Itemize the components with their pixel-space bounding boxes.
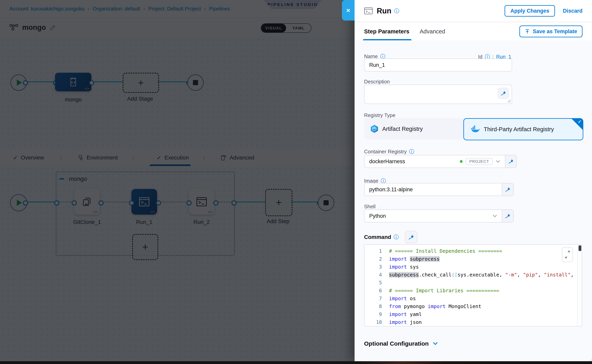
discard-button[interactable]: Discard <box>563 8 583 14</box>
shell-select[interactable]: Python <box>364 210 502 222</box>
registry-option-third-party[interactable]: Third-Party Artifact Registry ✓ <box>463 118 583 140</box>
tab-advanced-drawer[interactable]: Advanced <box>420 28 445 35</box>
pin-runtime-input-button[interactable] <box>505 155 516 168</box>
optional-configuration-toggle[interactable]: Optional Configuration <box>364 340 438 347</box>
registry-option-third-party-label: Third-Party Artifact Registry <box>484 126 554 133</box>
tab-step-parameters[interactable]: Step Parameters <box>364 28 409 35</box>
resize-handle-icon[interactable] <box>507 99 511 103</box>
shell-value: Python <box>369 213 490 219</box>
registry-option-artifact-label: Artifact Registry <box>382 126 423 132</box>
artifact-registry-icon <box>370 124 378 133</box>
chevron-down-icon <box>433 342 438 345</box>
container-registry-select[interactable]: dockerHarness PROJECT <box>364 155 517 168</box>
info-icon[interactable]: ⓘ <box>409 148 414 155</box>
pushpin-icon <box>505 213 511 219</box>
close-icon: × <box>346 6 350 14</box>
image-input-group: python:3.11-alpine <box>364 183 514 196</box>
editor-scrollbar-thumb[interactable] <box>579 245 581 251</box>
pin-runtime-input-button[interactable] <box>502 183 513 196</box>
command-label: Command ⓘ <box>364 234 399 240</box>
project-scope-badge: PROJECT <box>466 158 493 165</box>
description-label: Description <box>364 79 390 85</box>
pushpin-icon <box>505 187 511 192</box>
command-code-lines[interactable]: 1# ====== Install Dependencies ========2… <box>364 245 578 326</box>
description-textarea[interactable] <box>364 84 512 104</box>
window-bottom-edge <box>0 361 592 364</box>
registry-type-label: Registry Type <box>364 112 395 118</box>
registry-option-artifact[interactable]: Artifact Registry <box>364 118 469 140</box>
step-parameters-panel: Name ⓘ Id ⓘ : Run_1 Run_1 Description <box>355 40 592 361</box>
pipeline-studio-app: Account: kurosakiichigo.songoku › Organi… <box>0 0 592 364</box>
drawer-header-actions: Apply Changes Discard <box>505 5 583 17</box>
check-icon: ✓ <box>578 119 581 124</box>
drawer-title: Run <box>377 7 391 15</box>
shell-select-group: Python <box>364 209 514 222</box>
close-drawer-button[interactable]: × <box>342 0 355 20</box>
pushpin-icon <box>408 234 414 240</box>
drawer-header: Run ⓘ Apply Changes Discard <box>355 0 592 22</box>
docker-icon <box>470 125 480 133</box>
optional-configuration-label: Optional Configuration <box>364 340 429 347</box>
step-config-drawer: × Run ⓘ Apply Changes Discard Step Param… <box>355 0 592 361</box>
image-value: python:3.11-alpine <box>369 187 413 193</box>
container-registry-label: Container Registry ⓘ <box>364 148 414 155</box>
drawer-tab-bar: Step Parameters Advanced Save as Templat… <box>355 22 592 41</box>
modal-dim-overlay <box>0 0 355 361</box>
apply-changes-button[interactable]: Apply Changes <box>505 5 555 17</box>
pin-runtime-input-button[interactable] <box>498 88 509 99</box>
pin-runtime-input-button[interactable] <box>405 231 417 243</box>
image-input[interactable]: python:3.11-alpine <box>364 183 502 196</box>
expand-editor-button[interactable] <box>562 247 573 262</box>
pushpin-icon <box>501 91 506 96</box>
info-icon[interactable]: ⓘ <box>394 7 399 14</box>
info-icon[interactable]: ⓘ <box>394 234 399 240</box>
pin-runtime-input-button[interactable] <box>502 210 513 222</box>
container-registry-value: dockerHarness <box>369 158 457 165</box>
chevron-down-icon <box>496 160 500 163</box>
terminal-icon <box>364 7 373 15</box>
shell-label: Shell <box>364 203 376 210</box>
command-code-editor[interactable]: 1# ====== Install Dependencies ========2… <box>364 244 582 326</box>
connector-status-dot <box>460 160 463 163</box>
fullscreen-icon <box>565 250 570 259</box>
name-input[interactable]: Run_1 <box>364 58 512 72</box>
save-as-template-button[interactable]: Save as Template <box>519 26 583 37</box>
pushpin-icon <box>508 159 514 164</box>
chevron-down-icon <box>493 214 497 217</box>
editor-scrollbar[interactable] <box>577 245 582 326</box>
upload-icon <box>525 29 530 34</box>
save-as-template-label: Save as Template <box>533 28 577 35</box>
